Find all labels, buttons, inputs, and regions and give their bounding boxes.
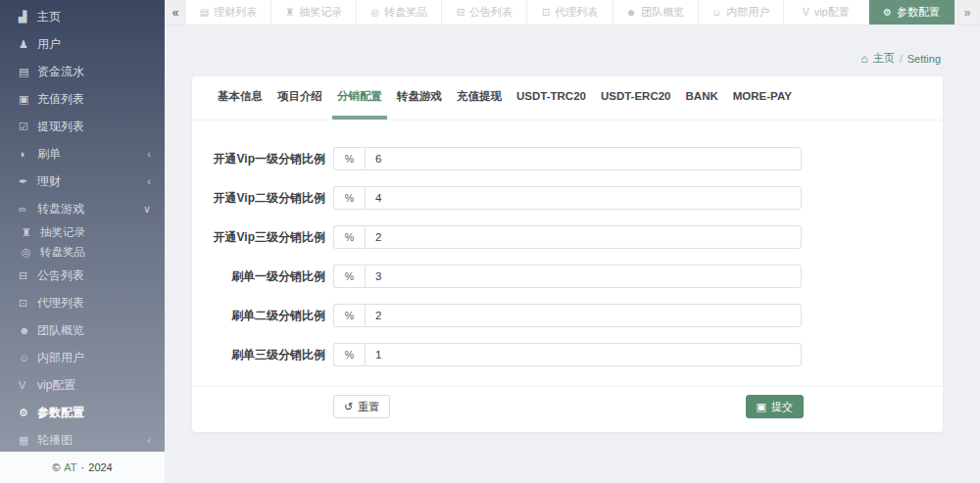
chevron-left-icon: ‹ xyxy=(147,175,151,187)
sidebar-item-label: 主页 xyxy=(37,9,61,25)
brush-level1-ratio-input[interactable] xyxy=(365,265,802,288)
percent-prefix: % xyxy=(333,343,365,366)
sidebar-item-lottery-records[interactable]: ♜抽奖记录 xyxy=(0,222,165,242)
vip-icon: V xyxy=(19,379,37,391)
tab-finance-list[interactable]: ▤理财列表 xyxy=(186,0,271,24)
vip-level3-ratio-input[interactable] xyxy=(365,225,802,249)
vip-level3-ratio-label: 开通Vip三级分销比例 xyxy=(192,229,325,246)
user-circle-icon: ☺ xyxy=(19,352,37,363)
pen-icon: ✒ xyxy=(19,175,37,188)
tab-wheel-prizes[interactable]: ◎转盘奖品 xyxy=(357,0,442,24)
sidebar-item-recharge-list[interactable]: ▣充值列表 xyxy=(0,85,165,113)
sidebar-item-order-brushing[interactable]: ◑刷单‹ xyxy=(0,140,165,168)
sidebar-item-label: 抽奖记录 xyxy=(40,225,85,240)
sidebar-item-users[interactable]: ♟用户 xyxy=(0,30,165,58)
tabs-scroll-right-button[interactable]: » xyxy=(955,0,980,24)
submit-button[interactable]: ▣ 提交 xyxy=(746,395,804,418)
sidebar-item-label: 充值列表 xyxy=(37,91,84,108)
percent-prefix: % xyxy=(333,265,365,288)
slot-machine-icon: ♜ xyxy=(285,7,294,18)
settings-tab-distribution-config[interactable]: 分销配置 xyxy=(332,76,387,120)
sidebar-item-wheel-game[interactable]: ∞转盘游戏∨ xyxy=(0,195,165,222)
tab-internal-users[interactable]: ☺内部用户 xyxy=(699,0,784,24)
id-card-icon: ⊡ xyxy=(19,297,37,310)
sidebar-menu: ▟主页 ♟用户 ▤资金流水 ▣充值列表 ☑提现列表 ◑刷单‹ ✒理财‹ ∞转盘游… xyxy=(0,0,165,454)
check-square-icon: ☑ xyxy=(19,121,37,133)
deposit-icon: ▣ xyxy=(19,93,37,106)
sidebar-item-team-overview[interactable]: ☻团队概览 xyxy=(0,316,165,344)
tab-team-overview[interactable]: ☻团队概览 xyxy=(613,0,699,24)
sidebar-item-label: 提现列表 xyxy=(37,119,84,135)
disc-icon: ∞ xyxy=(19,203,37,215)
sidebar-item-parameter-config[interactable]: ⚙参数配置 xyxy=(0,399,165,426)
reset-button-label: 重置 xyxy=(358,400,379,414)
input-group: % xyxy=(333,225,802,249)
team-icon: ☻ xyxy=(626,7,637,18)
tab-agent-list[interactable]: ⊡代理列表 xyxy=(527,0,612,24)
settings-tab-recharge-withdraw[interactable]: 充值提现 xyxy=(452,76,507,120)
sidebar-item-label: 团队概览 xyxy=(37,322,84,339)
form-row: 开通Vip二级分销比例 % xyxy=(192,186,943,210)
id-card-icon: ⊡ xyxy=(542,7,550,18)
brush-level3-ratio-input[interactable] xyxy=(365,343,802,366)
tabs-scroll-left-button[interactable]: « xyxy=(165,0,186,24)
percent-prefix: % xyxy=(333,186,365,210)
sidebar-item-label: vip配置 xyxy=(37,377,75,394)
sidebar-item-wheel-prizes[interactable]: ◎转盘奖品 xyxy=(0,242,165,262)
sidebar-item-withdraw-list[interactable]: ☑提现列表 xyxy=(0,113,165,140)
team-icon: ☻ xyxy=(19,324,37,336)
tab-vip-config[interactable]: Vvip配置 xyxy=(784,0,869,24)
form-row: 开通Vip一级分销比例 % xyxy=(192,147,943,170)
sidebar-item-carousel[interactable]: ▦轮播图‹ xyxy=(0,426,165,454)
sidebar-item-announcements[interactable]: ⊟公告列表 xyxy=(0,262,165,289)
settings-tab-usdt-trc20[interactable]: USDT-TRC20 xyxy=(512,76,591,120)
sidebar-item-label: 转盘游戏 xyxy=(37,201,84,217)
vip-level1-ratio-input[interactable] xyxy=(365,147,802,170)
sidebar-item-finance[interactable]: ✒理财‹ xyxy=(0,168,165,195)
input-group: % xyxy=(333,265,802,288)
sidebar-item-internal-users[interactable]: ☺内部用户 xyxy=(0,344,165,371)
tab-announcements[interactable]: ⊟公告列表 xyxy=(442,0,527,24)
settings-tab-project-intro[interactable]: 项目介绍 xyxy=(272,76,327,120)
settings-tab-more-pay[interactable]: MORE-PAY xyxy=(728,76,797,120)
sidebar-item-vip-config[interactable]: Vvip配置 xyxy=(0,371,165,399)
form-row: 刷单三级分销比例 % xyxy=(192,343,943,366)
brush-level1-ratio-label: 刷单一级分销比例 xyxy=(192,268,325,285)
chevron-left-icon: ‹ xyxy=(147,434,151,446)
chevron-left-icon: ‹ xyxy=(147,148,151,160)
tab-label: 代理列表 xyxy=(555,5,598,20)
user-icon: ♟ xyxy=(19,38,37,51)
settings-tab-usdt-erc20[interactable]: USDT-ERC20 xyxy=(596,76,676,120)
sidebar-item-agent-list[interactable]: ⊡代理列表 xyxy=(0,289,165,316)
input-group: % xyxy=(333,304,802,327)
top-tab-bar: « ▤理财列表 ♜抽奖记录 ◎转盘奖品 ⊟公告列表 ⊡代理列表 ☻团队概览 ☺内… xyxy=(165,0,980,25)
reset-button[interactable]: ↺ 重置 xyxy=(333,395,390,418)
settings-tab-basic-info[interactable]: 基本信息 xyxy=(213,76,268,120)
list-icon: ▤ xyxy=(200,7,209,18)
settings-tab-wheel-game[interactable]: 转盘游戏 xyxy=(392,76,447,120)
prize-disc-icon: ◎ xyxy=(22,246,40,259)
vip-level2-ratio-label: 开通Vip二级分销比例 xyxy=(192,190,325,207)
brush-level2-ratio-input[interactable] xyxy=(365,304,802,327)
brand-name: AT xyxy=(64,461,76,473)
tab-label: 参数配置 xyxy=(897,5,940,20)
settings-tab-strip: 基本信息 项目介绍 分销配置 转盘游戏 充值提现 USDT-TRC20 USDT… xyxy=(192,76,943,121)
distribution-ratio-form: 开通Vip一级分销比例 % 开通Vip二级分销比例 % 开通Vip三级分销比例 … xyxy=(192,121,943,366)
adjust-icon: ◑ xyxy=(19,148,37,160)
percent-prefix: % xyxy=(333,225,365,249)
tab-parameter-config[interactable]: ⚙参数配置 xyxy=(869,0,955,24)
settings-tab-bank[interactable]: BANK xyxy=(681,76,723,120)
tab-lottery-records[interactable]: ♜抽奖记录 xyxy=(271,0,357,24)
home-icon: ⌂ xyxy=(860,52,867,66)
percent-prefix: % xyxy=(333,147,365,170)
breadcrumb-separator: / xyxy=(900,53,903,65)
sidebar-item-label: 轮播图 xyxy=(37,432,73,449)
sidebar-item-label: 转盘奖品 xyxy=(40,245,85,260)
vip-level2-ratio-input[interactable] xyxy=(365,186,802,210)
form-row: 刷单一级分销比例 % xyxy=(192,265,943,288)
tab-label: vip配置 xyxy=(814,5,850,20)
breadcrumb-home-link[interactable]: 主页 xyxy=(873,51,895,66)
sidebar-item-home[interactable]: ▟主页 xyxy=(0,3,165,30)
sidebar-item-label: 用户 xyxy=(37,36,61,53)
sidebar-item-fund-flow[interactable]: ▤资金流水 xyxy=(0,58,165,85)
